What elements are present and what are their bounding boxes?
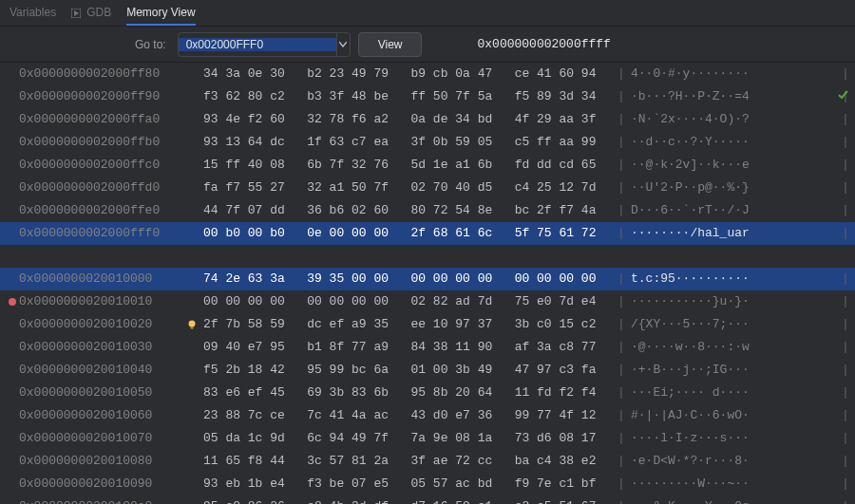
hex-row[interactable]: 0x0000000002000ffd0fa f7 55 27 32 a1 50 … (0, 177, 855, 199)
hex-row[interactable]: 0x00000000200100a095 e0 86 26 e8 4b 3d d… (0, 495, 855, 504)
hex-bytes: 74 2e 63 3a 39 35 00 00 00 00 00 00 00 0… (203, 268, 612, 290)
tab-gdb[interactable]: GDB (71, 0, 111, 26)
row-gutter (180, 382, 203, 404)
hex-row[interactable]: 0x0000000002000ffc015 ff 40 08 6b 7f 32 … (0, 154, 855, 177)
breakpoint-gutter[interactable] (6, 450, 19, 473)
tab-memory-view[interactable]: Memory View (126, 0, 195, 26)
hex-address: 0x0000000020010040 (19, 359, 180, 382)
hex-address (19, 245, 180, 268)
hex-bytes: 83 e6 ef 45 69 3b 83 6b 95 8b 20 64 11 f… (203, 382, 612, 404)
hex-row[interactable] (0, 245, 855, 268)
hex-row[interactable]: 0x000000002001000074 2e 63 3a 39 35 00 0… (0, 268, 855, 290)
ascii-separator: | (612, 177, 631, 199)
row-gutter (180, 450, 203, 473)
breakpoint-gutter[interactable] (6, 131, 19, 154)
ascii-end: | (836, 427, 855, 450)
hex-address: 0x0000000020010060 (19, 404, 180, 427)
row-gutter (180, 495, 203, 504)
ascii-separator: | (612, 131, 631, 154)
goto-label: Go to: (135, 38, 166, 51)
breakpoint-gutter[interactable] (6, 473, 19, 495)
breakpoint-gutter[interactable] (6, 245, 19, 268)
ascii-separator: | (612, 290, 631, 313)
hex-ascii: D·∙∙6∙·`∙rT∙∙/∙J (631, 199, 836, 222)
memory-toolbar: Go to: View 0x000000002000ffff (0, 27, 855, 63)
play-icon (71, 8, 81, 17)
hex-row[interactable]: 0x000000002001001000 00 00 00 00 00 00 0… (0, 290, 855, 313)
breakpoint-gutter[interactable] (6, 382, 19, 404)
ascii-separator (612, 245, 631, 268)
ascii-separator: | (612, 382, 631, 404)
ascii-separator: | (612, 427, 631, 450)
breakpoint-gutter[interactable] (6, 199, 19, 222)
breakpoint-gutter[interactable] (6, 268, 19, 290)
ascii-end: | (836, 382, 855, 404)
hex-address: 0x0000000002000fff0 (19, 222, 180, 245)
breakpoint-gutter[interactable] (6, 63, 19, 85)
ascii-end: | (836, 495, 855, 504)
hex-row[interactable]: 0x0000000002000ff90f3 62 80 c2 b3 3f 48 … (0, 85, 855, 108)
breakpoint-gutter[interactable] (6, 108, 19, 131)
hex-bytes: 93 4e f2 60 32 78 f6 a2 0a de 34 bd 4f 2… (203, 108, 612, 131)
goto-dropdown[interactable] (336, 33, 350, 56)
hex-address: 0x0000000020010090 (19, 473, 180, 495)
ascii-end: | (836, 268, 855, 290)
hex-bytes: 95 e0 86 26 e8 4b 3d df d7 16 59 c1 c3 c… (203, 495, 612, 504)
hex-ascii: ∙∙∙&∙K=∙∙∙Y∙∙∙Qg (631, 495, 836, 504)
breakpoint-gutter[interactable] (6, 177, 19, 199)
breakpoint-gutter[interactable] (6, 313, 19, 336)
hex-row[interactable]: 0x0000000002000fff000 b0 00 b0 0e 00 00 … (0, 222, 855, 245)
view-button[interactable]: View (358, 32, 423, 57)
hex-row[interactable]: 0x0000000002000ffa093 4e f2 60 32 78 f6 … (0, 108, 855, 131)
breakpoint-gutter[interactable] (6, 427, 19, 450)
hex-row[interactable]: 0x0000000002000ffe044 7f 07 dd 36 b6 02 … (0, 199, 855, 222)
hex-row[interactable]: 0x00000000200100202f 7b 58 59 dc ef a9 3… (0, 313, 855, 336)
hex-ascii: ∙∙∙∙∙∙∙∙∙∙∙}u∙}· (631, 290, 836, 313)
row-gutter (180, 85, 203, 108)
ascii-separator: | (612, 473, 631, 495)
breakpoint-gutter[interactable] (6, 222, 19, 245)
ascii-end: | (836, 336, 855, 359)
hex-row[interactable]: 0x000000002001007005 da 1c 9d 6c 94 49 7… (0, 427, 855, 450)
hex-address: 0x0000000002000ff80 (19, 63, 180, 85)
row-gutter (180, 359, 203, 382)
breakpoint-gutter[interactable] (6, 495, 19, 504)
ascii-end: | (836, 154, 855, 177)
ascii-separator: | (612, 85, 631, 108)
debug-tabs: Variables GDB Memory View (0, 0, 855, 27)
hex-row[interactable]: 0x000000002001005083 e6 ef 45 69 3b 83 6… (0, 382, 855, 404)
hex-ascii: ∙b∙∙∙?H∙∙P·Z∙∙=4 (631, 85, 836, 108)
breakpoint-gutter[interactable] (6, 336, 19, 359)
ascii-separator: | (612, 404, 631, 427)
hex-ascii: 4·∙0∙#∙y∙∙∙∙∙∙∙∙ (631, 63, 836, 85)
hex-row[interactable]: 0x0000000002000ff8034 3a 0e 30 b2 23 49 … (0, 63, 855, 85)
ascii-separator: | (612, 222, 631, 245)
hex-ascii: ·@∙∙∙∙w∙∙8∙∙∙:∙w (631, 336, 836, 359)
breakpoint-icon (9, 298, 16, 306)
tab-variables-label: Variables (10, 6, 56, 19)
ascii-end: | (836, 450, 855, 473)
hex-row[interactable]: 0x0000000002000ffb093 13 64 dc 1f 63 c7 … (0, 131, 855, 154)
ascii-separator: | (612, 268, 631, 290)
hex-view[interactable]: 0x0000000002000ff8034 3a 0e 30 b2 23 49 … (0, 63, 855, 504)
hex-ascii: ∙∙U'2∙P·∙p@∙∙%·} (631, 177, 836, 199)
hex-row[interactable]: 0x000000002001006023 88 7c ce 7c 41 4a a… (0, 404, 855, 427)
hex-row[interactable]: 0x000000002001009093 eb 1b e4 f3 be 07 e… (0, 473, 855, 495)
hex-row[interactable]: 0x000000002001008011 65 f8 44 3c 57 81 2… (0, 450, 855, 473)
tab-variables[interactable]: Variables (10, 0, 56, 26)
breakpoint-gutter[interactable] (6, 85, 19, 108)
breakpoint-gutter[interactable] (6, 404, 19, 427)
hex-row[interactable]: 0x000000002001003009 40 e7 95 b1 8f 77 a… (0, 336, 855, 359)
ascii-end: | (836, 404, 855, 427)
hex-address: 0x0000000002000ffd0 (19, 177, 180, 199)
svg-point-1 (189, 321, 196, 327)
ascii-separator: | (612, 154, 631, 177)
goto-input[interactable] (179, 38, 336, 51)
hex-bytes: 05 da 1c 9d 6c 94 49 7f 7a 9e 08 1a 73 d… (203, 427, 612, 450)
breakpoint-gutter[interactable] (6, 290, 19, 313)
breakpoint-gutter[interactable] (6, 359, 19, 382)
hex-ascii: ∙N·`2x∙∙∙∙4∙O)∙? (631, 108, 836, 131)
hex-row[interactable]: 0x0000000020010040f5 2b 18 42 95 99 bc 6… (0, 359, 855, 382)
hex-address: 0x0000000020010020 (19, 313, 180, 336)
breakpoint-gutter[interactable] (6, 154, 19, 177)
